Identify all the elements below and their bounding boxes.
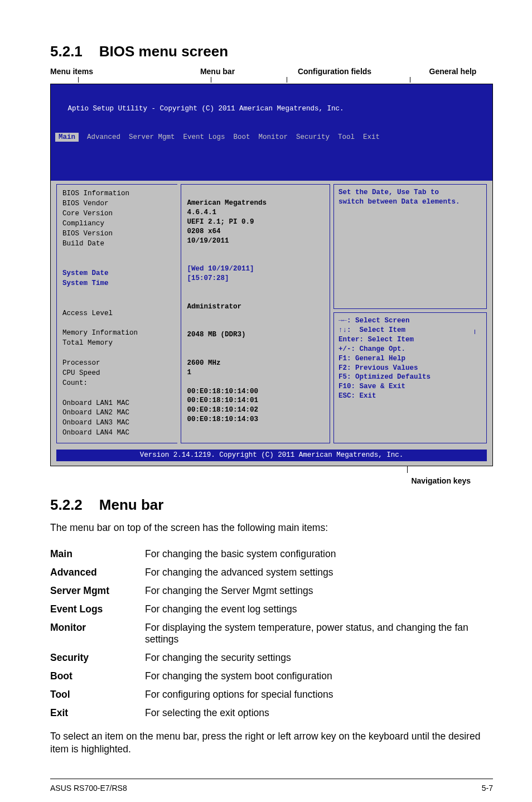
table-row: ExitFor selecting the exit options [50,704,493,722]
bios-row: F1: General Help [338,354,482,364]
bios-row: F2: Previous Values [338,364,482,373]
bios-row: →←: Select Screen [338,316,482,326]
bios-row: System Date [62,269,172,278]
bios-row: F10: Save & Exit [338,382,482,392]
bios-row [62,389,172,398]
table-row: SecurityFor changing the security settin… [50,649,493,667]
table-value: For changing the event log settings [145,600,493,619]
annot-general-help: General help [390,67,493,76]
bios-row: Core Version [62,209,172,219]
closing-paragraph: To select an item on the menu bar, press… [50,730,493,756]
section-title-text: Menu bar [99,496,164,513]
bios-row [187,293,324,302]
menubar-intro: The menu bar on top of the screen has th… [50,521,493,535]
bios-row: BIOS Version [62,229,172,239]
table-key: Boot [50,667,145,685]
page-footer: ASUS RS700-E7/RS8 5-7 [50,779,493,793]
bios-row: Onboard LAN3 MAC [62,418,172,428]
bios-row: 2600 MHz [187,359,324,368]
bios-row: ↑↓: Select Item [338,326,482,335]
bios-mid-column: American Megatrends4.6.4.1UEFI 2.1; PI 0… [181,184,330,443]
bios-help-box: Set the Date, Use Tab toswitch between D… [333,184,487,309]
nav-tick [50,466,493,474]
bios-row: Compliancy [62,219,172,229]
bios-row: 4.6.4.1 [187,208,324,218]
footer-right: 5-7 [482,784,493,793]
table-value: For changing the security settings [145,649,493,667]
section-title-text: BIOS menu screen [99,43,228,60]
table-row: Event LogsFor changing the event log set… [50,600,493,619]
bios-row [187,340,324,349]
bios-row: Enter: Select Item [338,335,482,345]
bios-row: BIOS Information [62,189,172,199]
footer-left: ASUS RS700-E7/RS8 [50,784,127,793]
table-row: BootFor changing the system boot configu… [50,667,493,685]
bios-row [187,245,324,255]
table-key: Server Mgmt [50,582,145,600]
bios-row: ESC: Exit [338,392,482,401]
section-heading-521: 5.2.1BIOS menu screen [50,43,493,60]
bios-row: Memory Information [62,328,172,338]
bios-row: Build Date [62,239,172,249]
table-value: For changing the advanced system setting… [145,563,493,582]
bios-row [62,349,172,358]
bios-row: switch between Data elements. [338,197,482,207]
table-value: For displaying the system temperature, p… [145,619,493,649]
table-key: Monitor [50,619,145,649]
bios-row: UEFI 2.1; PI 0.9 [187,218,324,227]
bios-row: 0208 x64 [187,227,324,236]
bios-row [187,349,324,359]
bios-row: +/-: Change Opt. [338,345,482,354]
bios-row: Onboard LAN4 MAC [62,428,172,438]
annot-menu-bar: Menu bar [128,67,273,76]
bios-tab-main[interactable]: Main [55,133,79,142]
bios-row: F5: Optimized Defaults [338,373,482,382]
bios-row: Total Memory [62,339,172,348]
bios-header: Aptio Setup Utility - Copyright (C) 2011… [51,84,492,181]
bios-row: American Megatrends [187,199,324,208]
bios-copyright-line: Aptio Setup Utility - Copyright (C) 2011… [55,104,488,114]
table-value: For changing the basic system configurat… [145,545,493,563]
bios-left-column: BIOS InformationBIOS VendorCore VersionC… [56,184,177,443]
table-key: Exit [50,704,145,722]
bios-row [187,321,324,330]
annot-config-fields: Configuration fields [273,67,390,76]
bios-tabs-rest[interactable]: Advanced Server Mgmt Event Logs Boot Mon… [79,133,380,141]
bios-row: 00:E0:18:10:14:03 [187,415,324,424]
bios-row [187,312,324,321]
bios-row: Onboard LAN1 MAC [62,399,172,408]
bios-body: BIOS InformationBIOS VendorCore VersionC… [56,184,487,443]
table-value: For configuring options for special func… [145,685,493,704]
annot-navigation-keys: Navigation keys [50,476,493,485]
bios-row [187,255,324,264]
bios-row: Onboard LAN2 MAC [62,408,172,418]
table-row: MainFor changing the basic system config… [50,545,493,563]
bios-row: System Time [62,279,172,288]
bios-row: Set the Date, Use Tab to [338,188,482,197]
table-row: ToolFor configuring options for special … [50,685,493,704]
section-number: 5.2.2 [50,496,83,513]
table-key: Tool [50,685,145,704]
bios-row: Count: [62,379,172,388]
bios-row: [15:07:28] [187,274,324,283]
bios-row [187,378,324,387]
bios-row: Access Level [62,309,172,318]
bios-row [62,249,172,258]
bios-row: 10/19/2011 [187,236,324,246]
table-key: Main [50,545,145,563]
table-key: Security [50,649,145,667]
bios-row: 00:E0:18:10:14:02 [187,405,324,415]
bios-row: [Wed 10/19/2011] [187,264,324,274]
bios-row [187,283,324,293]
bios-row: 2048 MB (DDR3) [187,330,324,340]
table-row: AdvancedFor changing the advanced system… [50,563,493,582]
bios-right-column: Set the Date, Use Tab toswitch between D… [333,184,487,443]
bios-tabs: Main Advanced Server Mgmt Event Logs Boo… [55,133,488,142]
table-value: For changing the Server Mgmt settings [145,582,493,600]
bios-row: Administrator [187,302,324,312]
table-value: For changing the system boot configurati… [145,667,493,685]
bios-row [62,259,172,268]
annot-menu-items: Menu items [50,67,128,76]
bios-row: 00:E0:18:10:14:00 [187,387,324,397]
bios-row: BIOS Vendor [62,199,172,209]
